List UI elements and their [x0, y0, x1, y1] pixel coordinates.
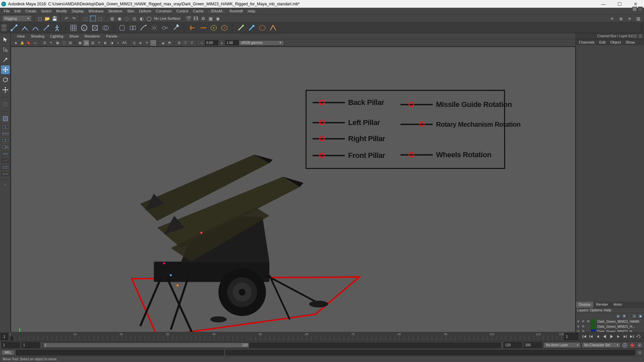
layout-hyper[interactable]	[1, 172, 10, 176]
layer-menu-layers[interactable]: Layers	[577, 308, 588, 313]
vt-grid[interactable]: ⊞	[176, 40, 182, 46]
step-back-key-button[interactable]	[588, 334, 594, 340]
ipr-render-button[interactable]: 🎞	[193, 15, 199, 21]
layout-four[interactable]	[1, 125, 10, 129]
shelf-ik-icon[interactable]	[20, 23, 30, 33]
panel-toggle-3[interactable]: ≡	[627, 15, 633, 21]
vt-xray-active[interactable]: ✧	[151, 40, 156, 46]
layer-menu-options[interactable]: Options	[590, 308, 602, 313]
last-tool[interactable]	[1, 100, 10, 109]
rotate-tool[interactable]	[1, 75, 10, 84]
layer-tab-display[interactable]: Display	[576, 302, 593, 308]
shelf-paintweights-icon[interactable]	[139, 23, 148, 33]
rig-slider-track[interactable]	[313, 122, 345, 123]
viewport-persp[interactable]: Back PillarLeft PillarRight PillarFront …	[11, 47, 576, 348]
rig-slider-track[interactable]	[313, 155, 345, 156]
menu-item-skeleton[interactable]: Skeleton	[106, 8, 125, 14]
range-outer-end[interactable]: 200	[524, 342, 542, 348]
menu-item-control[interactable]: Control	[174, 8, 191, 14]
undo-button[interactable]: ↶	[63, 15, 69, 21]
vt-exposure-field[interactable]	[205, 40, 218, 45]
vt-exp-icon[interactable]: ☼	[199, 40, 204, 46]
layout-two-v[interactable]	[1, 138, 10, 143]
rig-slider-handle[interactable]	[409, 102, 414, 107]
menu-item-help[interactable]: Help	[245, 8, 258, 14]
shelf-detach-icon[interactable]	[128, 23, 138, 33]
rig-slider-handle[interactable]	[319, 136, 325, 141]
vt-polycount[interactable]: #	[189, 40, 195, 46]
rig-slider-handle[interactable]	[409, 152, 414, 157]
vt-ao[interactable]: ◑	[109, 40, 114, 46]
shelf-extra1-icon[interactable]	[258, 23, 267, 33]
open-scene-button[interactable]: 📂	[44, 15, 50, 21]
vt-default-mat[interactable]: ◒	[160, 40, 166, 46]
layout-two-h[interactable]	[1, 131, 10, 136]
render-settings-button[interactable]: ⚙	[200, 15, 206, 21]
layer-visibility-toggle[interactable]: V	[576, 324, 581, 329]
channelbox-mode-icon-1[interactable]	[632, 7, 637, 11]
snap-live-button[interactable]: ◐	[139, 15, 145, 21]
layer-visibility-toggle[interactable]: V	[576, 319, 581, 324]
shelf-lattice-icon[interactable]	[69, 23, 78, 33]
step-forward-key-button[interactable]	[622, 334, 628, 340]
script-lang-button[interactable]: MEL	[1, 350, 15, 355]
panel-toggle-4[interactable]: ▥	[635, 15, 641, 21]
vt-aa[interactable]: AA	[122, 40, 127, 46]
menu-item-skin[interactable]: Skin	[125, 8, 137, 14]
shelf-extra2-icon[interactable]	[268, 23, 278, 33]
save-scene-button[interactable]: 💾	[52, 15, 58, 21]
new-scene-button[interactable]: ▢	[37, 15, 43, 21]
rig-slider-track[interactable]	[313, 102, 345, 103]
snap-point-button[interactable]: ◌	[124, 15, 130, 21]
vt-shaded[interactable]: ▧	[84, 40, 89, 46]
vt-lights[interactable]: ☀	[96, 40, 102, 46]
channelbox-tab-edit[interactable]: Edit	[597, 40, 607, 45]
vt-textured[interactable]: ▨	[90, 40, 95, 46]
layer-color-swatch[interactable]	[591, 319, 596, 324]
current-frame-field[interactable]: 1	[564, 333, 578, 340]
vt-wire-shaded[interactable]: ◓	[167, 40, 172, 46]
loop-button[interactable]	[635, 334, 642, 340]
rig-slider-track[interactable]	[313, 138, 345, 139]
shelf-tab-down[interactable]: ◦	[1, 28, 7, 31]
vt-grease[interactable]: ✎	[48, 40, 54, 46]
paint-select-tool[interactable]	[1, 55, 10, 64]
channelbox-mode-icon-2[interactable]	[638, 7, 643, 11]
vt-xray-joints[interactable]: ✦	[144, 40, 150, 46]
redo-button[interactable]: ↷	[71, 15, 77, 21]
menu-item-cache[interactable]: Cache	[191, 8, 206, 14]
snap-grid-button[interactable]: ◍	[109, 15, 115, 21]
layer-move-up-button[interactable]: ▲	[616, 314, 621, 318]
layer-reference-toggle[interactable]	[586, 324, 591, 329]
viewport-menu-panels[interactable]: Panels	[103, 34, 120, 38]
layout-single[interactable]	[1, 114, 10, 123]
range-inner-start[interactable]: 1	[21, 342, 40, 348]
menu-item-redshift[interactable]: Redshift	[227, 8, 245, 14]
viewport-menu-view[interactable]: View	[14, 34, 28, 38]
vt-hud[interactable]: ⓘ	[183, 40, 188, 46]
layout-three[interactable]	[1, 145, 10, 149]
close-button[interactable]: ✕	[631, 1, 641, 7]
shelf-reroot-icon[interactable]	[42, 23, 51, 33]
command-input[interactable]	[16, 350, 224, 355]
shelf-cluster-icon[interactable]: C	[79, 23, 89, 33]
vt-film-gate[interactable]: ▣	[55, 40, 60, 46]
panel-close-icon[interactable]	[638, 34, 643, 39]
rig-slider-track[interactable]	[400, 154, 433, 156]
rig-slider-track[interactable]	[400, 104, 433, 105]
script-editor-button[interactable]: ▤	[637, 350, 643, 356]
rig-slider-handle[interactable]	[319, 153, 325, 158]
vt-lock-camera[interactable]: 🔒	[19, 40, 25, 46]
layer-playback-toggle[interactable]: P	[581, 319, 586, 324]
shelf-geocache-icon[interactable]	[209, 23, 218, 33]
layer-menu-help[interactable]: Help	[604, 308, 611, 313]
make-live-button[interactable]: ◯	[146, 15, 152, 21]
character-set-dropdown[interactable]: No Character Set ▾	[582, 342, 621, 348]
shelf-ikspline-icon[interactable]	[31, 23, 40, 33]
time-slider-track[interactable]: 1152535455565758595105115120	[10, 333, 561, 341]
minimize-button[interactable]: —	[598, 1, 608, 7]
select-mode-component[interactable]: ⬚	[97, 15, 103, 21]
vt-gate-mask[interactable]: ▤	[67, 40, 73, 46]
snap-plane-button[interactable]: ◎	[131, 15, 137, 21]
viewport-menu-show[interactable]: Show	[67, 34, 82, 38]
